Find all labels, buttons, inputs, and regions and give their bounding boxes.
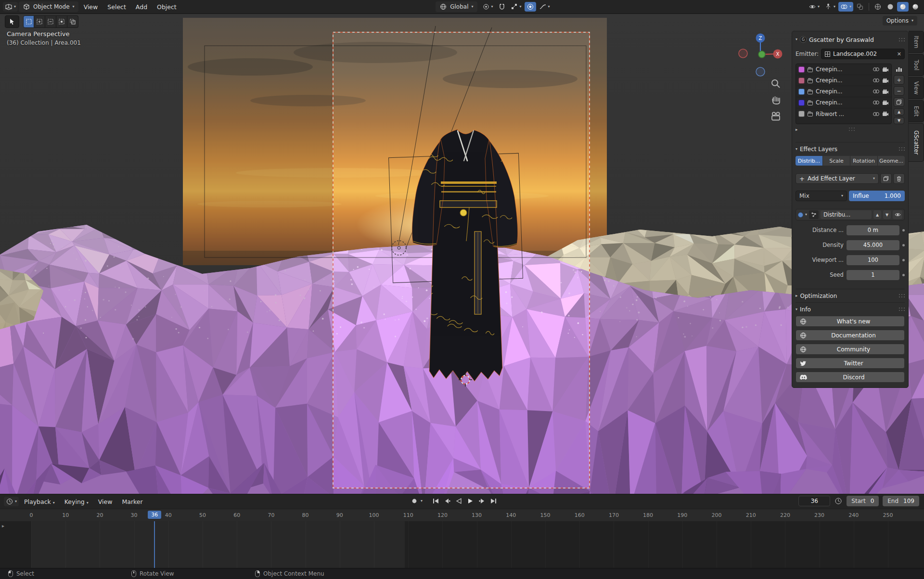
effect-layer-strip[interactable]: ▾ Distribu... ▲ ▼	[796, 209, 905, 220]
select-extend-mode-button[interactable]	[34, 15, 45, 28]
layer-move-up-button[interactable]: ▲	[873, 210, 881, 219]
remove-system-button[interactable]: −	[894, 86, 904, 96]
menu-playback[interactable]: Playback ▾	[20, 497, 59, 507]
camera-view-icon[interactable]	[769, 110, 783, 123]
pan-hand-icon[interactable]	[769, 93, 783, 107]
viewport-display-toggle-icon[interactable]	[873, 77, 880, 83]
xray-toggle[interactable]	[854, 2, 866, 12]
jump-to-end-button[interactable]	[488, 496, 499, 506]
shading-wireframe-button[interactable]	[872, 2, 884, 12]
system-color-swatch[interactable]	[798, 111, 805, 117]
scatter-system-row[interactable]: Creepin...	[796, 64, 891, 75]
render-visibility-camera-icon[interactable]	[882, 111, 889, 116]
select-subtract-mode-button[interactable]	[45, 15, 56, 28]
render-visibility-camera-icon[interactable]	[882, 100, 889, 105]
menu-select[interactable]: Select	[103, 2, 130, 12]
tab-distribution[interactable]: Distrib...	[796, 156, 823, 166]
playhead[interactable]	[154, 521, 155, 568]
auto-keying-record-button[interactable]	[409, 496, 420, 506]
layer-move-down-button[interactable]: ▼	[883, 210, 891, 219]
viewport-scene[interactable]	[0, 14, 924, 494]
overlays-dropdown[interactable]: ▾	[838, 2, 853, 12]
select-invert-mode-button[interactable]	[56, 15, 67, 28]
menu-object[interactable]: Object	[153, 2, 181, 12]
menu-add[interactable]: Add	[131, 2, 152, 12]
pivot-point-dropdown[interactable]: ▾	[480, 2, 495, 12]
animate-dot-icon[interactable]	[902, 274, 905, 276]
move-down-button[interactable]: ▼	[894, 117, 904, 124]
emitter-object-field[interactable]: Landscape.002 ✕	[821, 49, 905, 59]
system-color-swatch[interactable]	[798, 77, 805, 84]
end-frame-field[interactable]: End 109	[883, 496, 919, 506]
collapse-panel-icon[interactable]: ▾	[796, 38, 797, 41]
tab-rotation[interactable]: Rotation	[850, 156, 878, 166]
param-value-field[interactable]: 45.000	[847, 240, 899, 250]
start-frame-field[interactable]: Start 0	[847, 496, 879, 506]
duplicate-system-button[interactable]	[894, 97, 904, 107]
menu-view[interactable]: View	[79, 2, 103, 12]
documentation-button[interactable]: Documentation	[796, 330, 905, 341]
viewport-display-toggle-icon[interactable]	[873, 100, 880, 105]
collapse-effect-layers-icon[interactable]: ▾	[796, 147, 797, 151]
shading-solid-button[interactable]	[885, 2, 896, 12]
gizmo-x-neg-axis[interactable]	[739, 49, 747, 58]
play-reverse-button[interactable]	[453, 496, 464, 506]
jump-prev-keyframe-button[interactable]	[442, 496, 452, 506]
add-effect-layer-button[interactable]: + Add Effect Layer ▾	[796, 173, 879, 184]
drag-grip-icon[interactable]	[898, 294, 905, 298]
delete-effect-layer-button[interactable]	[893, 173, 905, 184]
animate-dot-icon[interactable]	[902, 229, 905, 232]
animate-dot-icon[interactable]	[902, 259, 905, 261]
list-resize-grip-icon[interactable]	[848, 127, 855, 131]
proportional-falloff-dropdown[interactable]: ▾	[537, 2, 552, 12]
drag-grip-icon[interactable]	[898, 147, 905, 151]
menu-marker[interactable]: Marker	[117, 497, 147, 507]
whats-new-button[interactable]: What's new	[796, 316, 905, 327]
copy-effect-layer-button[interactable]	[880, 173, 892, 184]
community-button[interactable]: Community	[796, 344, 905, 355]
zoom-tool-icon[interactable]	[769, 77, 783, 90]
timeline-tracks[interactable]: ▸	[0, 521, 924, 568]
drag-grip-icon[interactable]	[898, 38, 905, 42]
viewport-display-toggle-icon[interactable]	[873, 66, 880, 72]
select-intersect-mode-button[interactable]	[67, 15, 78, 28]
system-color-swatch[interactable]	[798, 100, 805, 106]
sidebar-tab-gscatter[interactable]: GScatter	[909, 123, 924, 162]
mode-dropdown[interactable]: Object Mode ▾	[19, 1, 78, 12]
drag-grip-icon[interactable]	[898, 307, 905, 311]
tweak-tool-button[interactable]	[5, 15, 19, 28]
param-value-field[interactable]: 100	[847, 255, 899, 265]
timeline-editor-type-button[interactable]: ▾	[4, 497, 19, 506]
system-color-swatch[interactable]	[798, 66, 805, 73]
layer-name-field[interactable]: Distribu...	[821, 210, 872, 219]
gizmo-y-axis[interactable]	[758, 51, 765, 58]
sidebar-tab-edit[interactable]: Edit	[909, 100, 924, 122]
proportional-editing-toggle[interactable]	[525, 2, 536, 12]
select-set-mode-button[interactable]	[23, 15, 34, 28]
param-value-field[interactable]: 1	[847, 270, 899, 280]
menu-keying[interactable]: Keying ▾	[60, 497, 93, 507]
snap-toggle-button[interactable]	[496, 2, 508, 12]
menu-tl-view[interactable]: View	[94, 497, 117, 507]
render-visibility-camera-icon[interactable]	[882, 78, 889, 83]
channels-expand-icon[interactable]: ▸	[2, 523, 4, 528]
scatter-system-row[interactable]: Creepin...	[796, 97, 891, 108]
layer-expand-icon[interactable]: ▾	[805, 213, 807, 217]
blend-mode-dropdown[interactable]: Mix ▾	[796, 191, 847, 201]
move-up-button[interactable]: ▲	[894, 108, 904, 116]
object-visibility-dropdown[interactable]: ▾	[807, 2, 821, 12]
animate-dot-icon[interactable]	[902, 244, 905, 246]
3d-viewport[interactable]: Camera Perspective (36) Collection | Are…	[0, 14, 924, 494]
tab-scale[interactable]: Scale	[823, 156, 850, 166]
keying-set-dropdown-icon[interactable]: ▾	[421, 499, 423, 503]
shading-rendered-button[interactable]	[910, 2, 921, 12]
editor-type-button[interactable]: ▾	[3, 2, 18, 12]
timeline-ruler[interactable]: 0102030405060708090100110120130140150160…	[0, 509, 924, 521]
discord-button[interactable]: Discord	[796, 372, 905, 383]
playhead-frame-label[interactable]: 36	[148, 511, 161, 519]
tab-geometry[interactable]: Geome...	[878, 156, 905, 166]
use-preview-range-icon[interactable]	[834, 497, 843, 505]
current-frame-field[interactable]: 36	[798, 496, 830, 506]
navigation-gizmo[interactable]: Z X	[736, 30, 784, 78]
play-button[interactable]	[465, 496, 475, 506]
